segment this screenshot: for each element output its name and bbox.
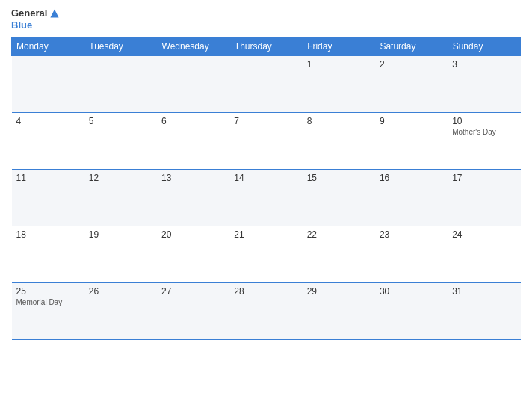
- week-row-0: 123: [12, 56, 521, 113]
- logo: General Blue: [11, 7, 60, 31]
- logo-blue-text: Blue: [11, 19, 32, 31]
- day-cell-6: 6: [157, 113, 229, 170]
- day-number: 19: [89, 229, 152, 240]
- weekday-header-monday: Monday: [12, 37, 84, 56]
- day-number: 9: [380, 116, 443, 126]
- calendar-table: MondayTuesdayWednesdayThursdayFridaySatu…: [11, 37, 521, 340]
- empty-cell: [12, 56, 84, 113]
- day-cell-empty: [229, 56, 302, 113]
- day-cell-31: 31: [448, 283, 520, 340]
- day-number: 14: [234, 173, 297, 183]
- day-number: 28: [234, 286, 297, 297]
- day-cell-empty: [84, 56, 157, 113]
- logo-icon: [49, 8, 60, 19]
- day-cell-28: 28: [229, 283, 302, 340]
- day-cell-29: 29: [303, 283, 375, 340]
- day-cell-4: 4: [12, 113, 84, 170]
- holiday-label: Mother's Day: [452, 128, 516, 136]
- day-number: 25: [16, 286, 80, 297]
- day-cell-17: 17: [448, 170, 520, 226]
- day-number: 1: [307, 59, 371, 69]
- day-cell-5: 5: [84, 113, 157, 170]
- svg-marker-0: [51, 9, 59, 17]
- day-number: 8: [307, 116, 371, 126]
- day-cell-12: 12: [84, 170, 157, 226]
- weekday-header-sunday: Sunday: [448, 37, 520, 56]
- day-cell-20: 20: [157, 226, 229, 283]
- day-number: 17: [452, 173, 516, 183]
- day-cell-10: 10Mother's Day: [448, 113, 520, 170]
- day-cell-9: 9: [375, 113, 448, 170]
- day-number: 12: [89, 173, 152, 183]
- day-number: 7: [234, 116, 297, 126]
- day-number: 21: [234, 229, 297, 240]
- day-number: 26: [89, 286, 152, 297]
- day-number: 6: [161, 116, 225, 126]
- day-number: 5: [89, 116, 152, 126]
- day-number: 3: [452, 59, 516, 69]
- day-number: 30: [380, 286, 443, 297]
- day-cell-25: 25Memorial Day: [12, 283, 84, 340]
- day-number: 15: [307, 173, 371, 183]
- day-number: 29: [307, 286, 371, 297]
- day-cell-21: 21: [229, 226, 302, 283]
- day-number: 11: [16, 173, 80, 183]
- day-cell-16: 16: [375, 170, 448, 226]
- day-cell-22: 22: [303, 226, 375, 283]
- holiday-label: Memorial Day: [16, 298, 80, 306]
- day-cell-empty: [157, 56, 229, 113]
- week-row-1: 45678910Mother's Day: [12, 113, 521, 170]
- day-cell-8: 8: [303, 113, 375, 170]
- week-row-3: 18192021222324: [12, 226, 521, 283]
- day-cell-1: 1: [303, 56, 375, 113]
- logo-general-text: General: [11, 7, 47, 19]
- day-cell-13: 13: [157, 170, 229, 226]
- day-cell-30: 30: [375, 283, 448, 340]
- weekday-header-friday: Friday: [303, 37, 375, 56]
- day-cell-3: 3: [448, 56, 520, 113]
- calendar-header: General Blue: [11, 7, 521, 31]
- day-number: 31: [452, 286, 516, 297]
- day-number: 10: [452, 116, 516, 126]
- day-cell-18: 18: [12, 226, 84, 283]
- weekday-header-wednesday: Wednesday: [157, 37, 229, 56]
- day-number: 20: [161, 229, 225, 240]
- day-cell-23: 23: [375, 226, 448, 283]
- week-row-2: 11121314151617: [12, 170, 521, 226]
- week-row-4: 25Memorial Day262728293031: [12, 283, 521, 340]
- day-cell-27: 27: [157, 283, 229, 340]
- day-cell-26: 26: [84, 283, 157, 340]
- day-number: 18: [16, 229, 80, 240]
- day-cell-14: 14: [229, 170, 302, 226]
- calendar-container: General Blue MondayTuesdayWednesdayThurs…: [0, 0, 532, 411]
- day-number: 2: [380, 59, 443, 69]
- day-number: 16: [380, 173, 443, 183]
- weekday-header-thursday: Thursday: [229, 37, 302, 56]
- day-cell-24: 24: [448, 226, 520, 283]
- day-cell-15: 15: [303, 170, 375, 226]
- day-cell-7: 7: [229, 113, 302, 170]
- day-number: 27: [161, 286, 225, 297]
- day-number: 23: [380, 229, 443, 240]
- weekday-header-tuesday: Tuesday: [84, 37, 157, 56]
- day-number: 24: [452, 229, 516, 240]
- day-cell-19: 19: [84, 226, 157, 283]
- day-cell-11: 11: [12, 170, 84, 226]
- weekday-header-row: MondayTuesdayWednesdayThursdayFridaySatu…: [12, 37, 521, 56]
- day-number: 22: [307, 229, 371, 240]
- day-cell-2: 2: [375, 56, 448, 113]
- day-number: 4: [16, 116, 80, 126]
- weekday-header-saturday: Saturday: [375, 37, 448, 56]
- day-number: 13: [161, 173, 225, 183]
